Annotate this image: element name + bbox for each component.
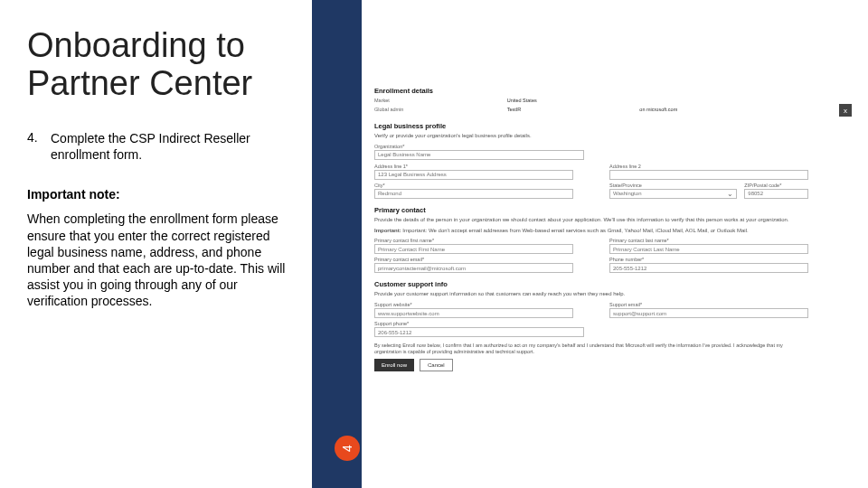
address1-label: Address line 1* [374,164,573,169]
support-phone-input[interactable]: 206-555-1212 [374,327,584,337]
state-select[interactable]: Washington [609,189,737,199]
pc-first-label: Primary contact first name* [374,238,573,243]
address1-input[interactable]: 123 Legal Business Address [374,170,573,180]
market-value: United States [507,98,568,103]
page-number-badge: 4 [335,436,360,461]
admin-label: Global admin [374,107,435,112]
slide-title: Onboarding to Partner Center [27,27,294,103]
pc-last-label: Primary contact last name* [609,238,808,243]
step-number: 4. [27,130,40,164]
support-email-label: Support email* [609,302,808,307]
section-enrollment-details: Enrollment details [374,87,857,95]
support-website-label: Support website* [374,302,573,307]
pc-email-label: Primary contact email* [374,257,573,262]
note-heading: Important note: [27,187,294,202]
pc-email-input[interactable]: primarycontactemail@microsoft.com [374,263,573,273]
pc-first-input[interactable]: Primary Contact First Name [374,244,573,254]
admin-value: TestIR [507,107,568,112]
support-email-input[interactable]: support@support.com [609,308,808,318]
section-primary-contact: Primary contact [374,206,857,214]
section-support-info: Customer support info [374,280,857,288]
support-subtext: Provide your customer support informatio… [374,291,857,298]
city-label: City* [374,183,573,188]
admin-email: on microsoft.com [639,107,700,112]
cancel-button[interactable]: Cancel [420,359,453,371]
city-input[interactable]: Redmond [374,189,573,199]
enrollment-form-screenshot: Enrollment details Market United States … [362,0,868,488]
divider-band [312,0,362,488]
step-text: Complete the CSP Indirect Reseller enrol… [51,130,294,164]
primary-contact-subtext: Provide the details of the person in you… [374,217,857,224]
zip-input[interactable]: 98052 [744,189,808,199]
disclaimer-text: By selecting Enroll now below, I confirm… [374,343,808,355]
state-value: Washington [613,191,641,196]
support-website-input[interactable]: www.supportwebsite.com [374,308,573,318]
address2-label: Address line 2 [609,164,808,169]
organization-label: Organization* [374,144,857,149]
section-legal-profile: Legal business profile [374,122,857,130]
primary-contact-important: Important: Important: We don't accept em… [374,228,857,235]
state-label: State/Province [609,183,737,188]
close-icon[interactable]: x [839,104,852,117]
market-label: Market [374,98,435,103]
pc-phone-label: Phone number* [609,257,808,262]
zip-label: ZIP/Postal code* [744,183,808,188]
note-body: When completing the enrollment form plea… [27,211,294,309]
primary-contact-important-text: Important: We don't accept email address… [402,228,748,233]
legal-profile-subtext: Verify or provide your organization's le… [374,133,857,140]
organization-input[interactable]: Legal Business Name [374,150,584,160]
pc-last-input[interactable]: Primary Contact Last Name [609,244,808,254]
pc-phone-input[interactable]: 205-555-1212 [609,263,808,273]
support-phone-label: Support phone* [374,321,584,326]
enroll-now-button[interactable]: Enroll now [374,359,414,371]
address2-input[interactable] [609,170,808,180]
